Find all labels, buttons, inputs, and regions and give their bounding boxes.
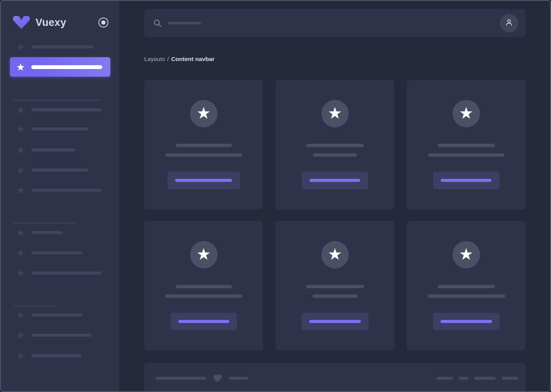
button-label-bar (309, 179, 360, 182)
skeleton-text-bar (31, 65, 102, 69)
skeleton-line (165, 294, 242, 298)
user-avatar[interactable] (500, 14, 518, 32)
star-icon: ★ (15, 42, 26, 52)
skeleton-text-bar (31, 189, 102, 192)
button-label-bar (175, 179, 232, 182)
sidebar-item[interactable]: ★ (1, 124, 119, 134)
skeleton-line (438, 144, 495, 147)
skeleton-text-bar (13, 305, 56, 307)
star-icon: ★ (15, 124, 26, 134)
search-placeholder-bar (168, 22, 201, 24)
skeleton-line (306, 144, 364, 147)
search-input[interactable] (153, 19, 500, 27)
star-icon: ★ (328, 246, 342, 262)
star-icon: ★ (328, 105, 342, 121)
star-icon: ★ (15, 310, 26, 320)
footer-card (144, 363, 525, 391)
skeleton-line (165, 153, 242, 157)
skeleton-line (438, 285, 495, 288)
skeleton-text-bar (31, 334, 92, 337)
card-action-button[interactable] (433, 172, 499, 189)
skeleton-line (306, 285, 364, 288)
placeholder-card: ★ (144, 221, 263, 350)
placeholder-card: ★ (276, 80, 394, 209)
sidebar-item[interactable]: ★ (1, 228, 119, 238)
skeleton-text-bar (31, 354, 82, 357)
skeleton-text-bar (31, 169, 88, 172)
sidebar-item[interactable]: ★ (1, 105, 119, 115)
skeleton-text-bar (31, 148, 76, 151)
skeleton-line (313, 153, 357, 157)
skeleton-line (176, 285, 232, 288)
sidebar-item[interactable]: ★ (1, 310, 119, 320)
button-label-bar (178, 320, 229, 323)
record-circle-icon[interactable] (98, 17, 109, 28)
skeleton-line (176, 144, 232, 147)
star-icon: ★ (15, 228, 26, 238)
skeleton-text-bar (31, 108, 102, 111)
placeholder-card: ★ (407, 80, 525, 209)
skeleton-text-bar (31, 251, 82, 254)
sidebar-item[interactable]: ★ (1, 165, 119, 175)
placeholder-card: ★ (407, 221, 525, 350)
breadcrumb-current: Content navbar (171, 56, 215, 62)
skeleton-text-bar (474, 377, 496, 380)
vuexy-logo (12, 15, 31, 30)
main-content: Layouts/Content navbar ★ ★ (119, 1, 550, 391)
breadcrumb: Layouts/Content navbar (144, 55, 525, 63)
top-navbar (144, 9, 525, 37)
skeleton-text-bar (31, 272, 101, 275)
card-avatar: ★ (321, 241, 349, 268)
user-icon (504, 18, 514, 29)
breadcrumb-parent[interactable]: Layouts (144, 56, 165, 62)
app-frame: Vuexy ★ ★ ★ ★ ★ (0, 0, 551, 392)
card-avatar: ★ (190, 100, 218, 127)
star-icon: ★ (15, 145, 26, 155)
star-icon: ★ (15, 268, 26, 278)
card-action-button[interactable] (171, 313, 237, 330)
brand-title: Vuexy (35, 17, 66, 29)
skeleton-text-bar (31, 45, 93, 48)
sidebar-item[interactable]: ★ (1, 145, 119, 155)
card-action-button[interactable] (302, 172, 368, 189)
sidebar-item[interactable]: ★ (1, 185, 119, 195)
card-action-button[interactable] (168, 172, 240, 189)
skeleton-line (312, 294, 358, 298)
sidebar-item[interactable]: ★ (1, 330, 119, 340)
skeleton-text-bar (13, 100, 102, 101)
search-icon (153, 19, 162, 27)
footer-row (156, 373, 518, 383)
cards-grid: ★ ★ (144, 80, 525, 350)
sidebar: Vuexy ★ ★ ★ ★ ★ (1, 1, 119, 391)
sidebar-item[interactable]: ★ (1, 268, 119, 278)
sidebar-header: Vuexy (1, 1, 119, 37)
skeleton-text-bar (156, 377, 206, 380)
sidebar-item[interactable]: ★ (1, 42, 119, 52)
card-action-button[interactable] (301, 313, 368, 330)
star-icon: ★ (197, 105, 211, 121)
heart-icon[interactable] (213, 373, 222, 383)
star-icon: ★ (15, 185, 26, 195)
skeleton-text-bar (459, 377, 468, 380)
skeleton-line (428, 153, 504, 157)
brand-link[interactable]: Vuexy (12, 15, 66, 30)
skeleton-text-bar (502, 377, 518, 380)
button-label-bar (309, 320, 361, 323)
footer-links (430, 377, 518, 380)
card-avatar: ★ (190, 241, 218, 268)
button-label-bar (441, 179, 491, 182)
sidebar-item[interactable]: ★ (1, 351, 119, 361)
star-icon: ★ (15, 62, 26, 72)
card-action-button[interactable] (433, 313, 499, 330)
card-avatar: ★ (321, 100, 349, 127)
skeleton-text-bar (31, 313, 82, 316)
skeleton-text-bar (437, 377, 453, 380)
sidebar-item-active[interactable]: ★ (10, 57, 110, 77)
card-avatar: ★ (453, 241, 480, 268)
sidebar-item[interactable]: ★ (1, 248, 119, 258)
skeleton-text-bar (31, 127, 89, 130)
placeholder-card: ★ (276, 221, 394, 350)
star-icon: ★ (459, 246, 474, 262)
star-icon: ★ (15, 330, 26, 340)
star-icon: ★ (15, 105, 26, 115)
